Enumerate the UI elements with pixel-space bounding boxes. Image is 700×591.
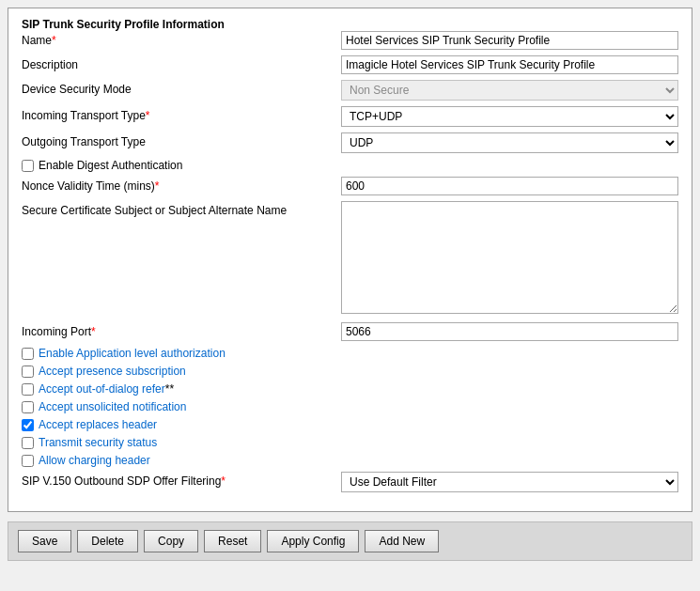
add-new-button[interactable]: Add New	[365, 530, 439, 552]
nonce-input[interactable]	[341, 177, 678, 195]
accept-out-of-dialog-row: Accept out-of-dialog refer**	[22, 382, 678, 396]
sip-v150-control: Use Default Filter No Filtering	[341, 472, 678, 492]
sip-v150-row: SIP V.150 Outbound SDP Offer Filtering* …	[22, 472, 678, 492]
device-security-control: Non Secure	[341, 80, 678, 101]
incoming-transport-label: Incoming Transport Type*	[22, 106, 341, 122]
name-control	[341, 31, 678, 50]
transmit-security-row: Transmit security status	[22, 436, 678, 449]
sip-v150-label: SIP V.150 Outbound SDP Offer Filtering*	[22, 472, 341, 488]
description-input[interactable]	[341, 55, 678, 74]
accept-unsolicited-label: Accept unsolicited notification	[39, 400, 186, 413]
secure-cert-label: Secure Certificate Subject or Subject Al…	[22, 201, 341, 217]
outgoing-transport-row: Outgoing Transport Type UDP TCP TLS	[22, 132, 678, 153]
allow-charging-row: Allow charging header	[22, 454, 678, 467]
incoming-port-input[interactable]	[341, 322, 678, 341]
nonce-row: Nonce Validity Time (mins)*	[22, 177, 678, 195]
secure-cert-row: Secure Certificate Subject or Subject Al…	[22, 201, 678, 317]
sip-trunk-section: SIP Trunk Security Profile Information N…	[8, 8, 692, 512]
enable-app-auth-checkbox[interactable]	[22, 348, 34, 360]
accept-unsolicited-row: Accept unsolicited notification	[22, 400, 678, 413]
accept-replaces-row: Accept replaces header	[22, 418, 678, 431]
delete-button[interactable]: Delete	[77, 530, 138, 552]
transmit-security-label: Transmit security status	[39, 436, 157, 449]
name-input[interactable]	[341, 31, 678, 50]
incoming-transport-select[interactable]: TCP+UDP TCP UDP TLS	[341, 106, 678, 127]
device-security-select: Non Secure	[341, 80, 678, 101]
accept-replaces-label: Accept replaces header	[39, 418, 157, 431]
save-button[interactable]: Save	[18, 530, 71, 552]
name-label: Name*	[22, 31, 341, 47]
sip-v150-select[interactable]: Use Default Filter No Filtering	[341, 472, 678, 492]
copy-button[interactable]: Copy	[144, 530, 198, 552]
enable-digest-row: Enable Digest Authentication	[22, 159, 678, 172]
page-wrapper: SIP Trunk Security Profile Information N…	[0, 0, 700, 591]
enable-digest-label: Enable Digest Authentication	[39, 159, 182, 172]
accept-out-of-dialog-checkbox[interactable]	[22, 383, 34, 396]
incoming-port-row: Incoming Port*	[22, 322, 678, 341]
action-bar: Save Delete Copy Reset Apply Config Add …	[8, 521, 692, 561]
accept-replaces-checkbox[interactable]	[22, 419, 34, 431]
section-title: SIP Trunk Security Profile Information	[18, 18, 678, 31]
accept-out-of-dialog-label: Accept out-of-dialog refer	[39, 382, 165, 396]
transmit-security-checkbox[interactable]	[22, 437, 34, 449]
accept-presence-row: Accept presence subscription	[22, 365, 678, 378]
reset-button[interactable]: Reset	[204, 530, 261, 552]
description-row: Description	[22, 55, 678, 74]
secure-cert-control	[341, 201, 678, 317]
nonce-control	[341, 177, 678, 195]
double-star: **	[165, 382, 174, 396]
outgoing-transport-control: UDP TCP TLS	[341, 132, 678, 153]
description-control	[341, 55, 678, 74]
incoming-transport-control: TCP+UDP TCP UDP TLS	[341, 106, 678, 127]
outgoing-transport-label: Outgoing Transport Type	[22, 132, 341, 148]
name-row: Name*	[22, 31, 678, 50]
enable-digest-checkbox[interactable]	[22, 160, 34, 172]
allow-charging-checkbox[interactable]	[22, 455, 34, 467]
device-security-row: Device Security Mode Non Secure	[22, 80, 678, 101]
incoming-transport-row: Incoming Transport Type* TCP+UDP TCP UDP…	[22, 106, 678, 127]
secure-cert-textarea[interactable]	[341, 201, 678, 314]
accept-presence-label: Accept presence subscription	[39, 365, 186, 378]
apply-config-button[interactable]: Apply Config	[267, 530, 359, 552]
device-security-label: Device Security Mode	[22, 80, 341, 96]
description-label: Description	[22, 55, 341, 71]
enable-app-auth-row: Enable Application level authorization	[22, 347, 678, 360]
incoming-port-control	[341, 322, 678, 341]
accept-presence-checkbox[interactable]	[22, 365, 34, 378]
nonce-label: Nonce Validity Time (mins)*	[22, 177, 341, 193]
outgoing-transport-select[interactable]: UDP TCP TLS	[341, 132, 678, 153]
enable-app-auth-label: Enable Application level authorization	[39, 347, 226, 360]
allow-charging-label: Allow charging header	[39, 454, 150, 467]
accept-unsolicited-checkbox[interactable]	[22, 401, 34, 413]
incoming-port-label: Incoming Port*	[22, 322, 341, 338]
